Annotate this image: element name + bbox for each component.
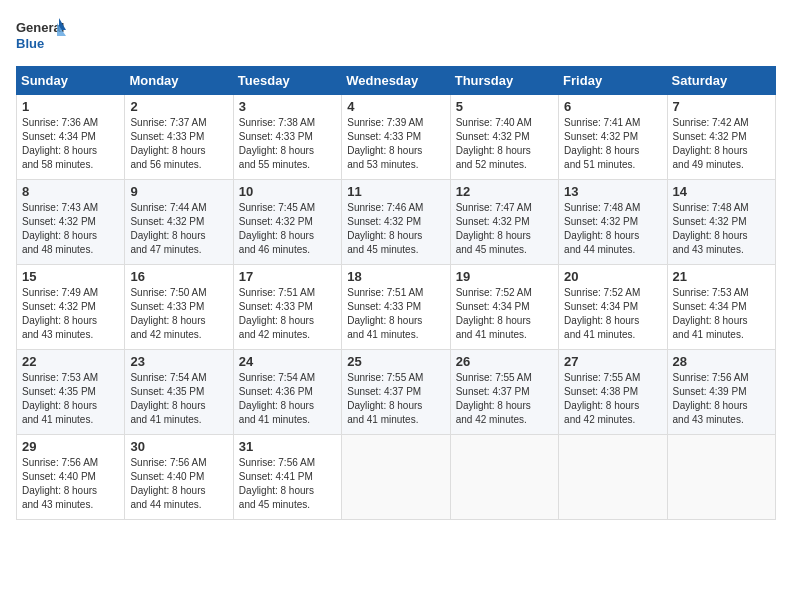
page-header: General Blue	[16, 16, 776, 54]
table-row: 9 Sunrise: 7:44 AM Sunset: 4:32 PM Dayli…	[125, 180, 233, 265]
table-row: 13 Sunrise: 7:48 AM Sunset: 4:32 PM Dayl…	[559, 180, 667, 265]
col-header-monday: Monday	[125, 67, 233, 95]
table-row: 21 Sunrise: 7:53 AM Sunset: 4:34 PM Dayl…	[667, 265, 775, 350]
table-row: 1 Sunrise: 7:36 AM Sunset: 4:34 PM Dayli…	[17, 95, 125, 180]
table-row: 30 Sunrise: 7:56 AM Sunset: 4:40 PM Dayl…	[125, 435, 233, 520]
cell-info: Sunrise: 7:46 AM Sunset: 4:32 PM Dayligh…	[347, 201, 444, 257]
table-row: 28 Sunrise: 7:56 AM Sunset: 4:39 PM Dayl…	[667, 350, 775, 435]
cell-info: Sunrise: 7:53 AM Sunset: 4:35 PM Dayligh…	[22, 371, 119, 427]
cell-info: Sunrise: 7:55 AM Sunset: 4:38 PM Dayligh…	[564, 371, 661, 427]
cell-info: Sunrise: 7:52 AM Sunset: 4:34 PM Dayligh…	[456, 286, 553, 342]
calendar-table: SundayMondayTuesdayWednesdayThursdayFrid…	[16, 66, 776, 520]
cell-info: Sunrise: 7:51 AM Sunset: 4:33 PM Dayligh…	[239, 286, 336, 342]
cell-info: Sunrise: 7:56 AM Sunset: 4:39 PM Dayligh…	[673, 371, 770, 427]
day-number: 18	[347, 269, 444, 284]
table-row: 10 Sunrise: 7:45 AM Sunset: 4:32 PM Dayl…	[233, 180, 341, 265]
day-number: 21	[673, 269, 770, 284]
cell-info: Sunrise: 7:56 AM Sunset: 4:40 PM Dayligh…	[22, 456, 119, 512]
table-row: 12 Sunrise: 7:47 AM Sunset: 4:32 PM Dayl…	[450, 180, 558, 265]
table-row: 5 Sunrise: 7:40 AM Sunset: 4:32 PM Dayli…	[450, 95, 558, 180]
cell-info: Sunrise: 7:56 AM Sunset: 4:41 PM Dayligh…	[239, 456, 336, 512]
day-number: 1	[22, 99, 119, 114]
table-row: 22 Sunrise: 7:53 AM Sunset: 4:35 PM Dayl…	[17, 350, 125, 435]
day-number: 4	[347, 99, 444, 114]
day-number: 25	[347, 354, 444, 369]
svg-text:Blue: Blue	[16, 36, 44, 51]
day-number: 17	[239, 269, 336, 284]
day-number: 2	[130, 99, 227, 114]
cell-info: Sunrise: 7:40 AM Sunset: 4:32 PM Dayligh…	[456, 116, 553, 172]
table-row: 23 Sunrise: 7:54 AM Sunset: 4:35 PM Dayl…	[125, 350, 233, 435]
day-number: 16	[130, 269, 227, 284]
cell-info: Sunrise: 7:41 AM Sunset: 4:32 PM Dayligh…	[564, 116, 661, 172]
cell-info: Sunrise: 7:43 AM Sunset: 4:32 PM Dayligh…	[22, 201, 119, 257]
logo-svg: General Blue	[16, 16, 71, 54]
table-row: 26 Sunrise: 7:55 AM Sunset: 4:37 PM Dayl…	[450, 350, 558, 435]
table-row: 7 Sunrise: 7:42 AM Sunset: 4:32 PM Dayli…	[667, 95, 775, 180]
table-row: 4 Sunrise: 7:39 AM Sunset: 4:33 PM Dayli…	[342, 95, 450, 180]
day-number: 10	[239, 184, 336, 199]
table-row	[559, 435, 667, 520]
cell-info: Sunrise: 7:42 AM Sunset: 4:32 PM Dayligh…	[673, 116, 770, 172]
day-number: 11	[347, 184, 444, 199]
cell-info: Sunrise: 7:54 AM Sunset: 4:35 PM Dayligh…	[130, 371, 227, 427]
cell-info: Sunrise: 7:48 AM Sunset: 4:32 PM Dayligh…	[673, 201, 770, 257]
table-row: 20 Sunrise: 7:52 AM Sunset: 4:34 PM Dayl…	[559, 265, 667, 350]
cell-info: Sunrise: 7:49 AM Sunset: 4:32 PM Dayligh…	[22, 286, 119, 342]
cell-info: Sunrise: 7:48 AM Sunset: 4:32 PM Dayligh…	[564, 201, 661, 257]
table-row: 16 Sunrise: 7:50 AM Sunset: 4:33 PM Dayl…	[125, 265, 233, 350]
cell-info: Sunrise: 7:56 AM Sunset: 4:40 PM Dayligh…	[130, 456, 227, 512]
day-number: 14	[673, 184, 770, 199]
table-row: 27 Sunrise: 7:55 AM Sunset: 4:38 PM Dayl…	[559, 350, 667, 435]
day-number: 5	[456, 99, 553, 114]
table-row: 18 Sunrise: 7:51 AM Sunset: 4:33 PM Dayl…	[342, 265, 450, 350]
day-number: 6	[564, 99, 661, 114]
day-number: 26	[456, 354, 553, 369]
table-row: 2 Sunrise: 7:37 AM Sunset: 4:33 PM Dayli…	[125, 95, 233, 180]
table-row: 19 Sunrise: 7:52 AM Sunset: 4:34 PM Dayl…	[450, 265, 558, 350]
col-header-saturday: Saturday	[667, 67, 775, 95]
col-header-sunday: Sunday	[17, 67, 125, 95]
col-header-wednesday: Wednesday	[342, 67, 450, 95]
day-number: 19	[456, 269, 553, 284]
day-number: 12	[456, 184, 553, 199]
table-row	[450, 435, 558, 520]
day-number: 3	[239, 99, 336, 114]
col-header-tuesday: Tuesday	[233, 67, 341, 95]
day-number: 13	[564, 184, 661, 199]
day-number: 15	[22, 269, 119, 284]
day-number: 31	[239, 439, 336, 454]
day-number: 7	[673, 99, 770, 114]
day-number: 24	[239, 354, 336, 369]
table-row	[342, 435, 450, 520]
cell-info: Sunrise: 7:51 AM Sunset: 4:33 PM Dayligh…	[347, 286, 444, 342]
cell-info: Sunrise: 7:36 AM Sunset: 4:34 PM Dayligh…	[22, 116, 119, 172]
cell-info: Sunrise: 7:55 AM Sunset: 4:37 PM Dayligh…	[347, 371, 444, 427]
table-row: 24 Sunrise: 7:54 AM Sunset: 4:36 PM Dayl…	[233, 350, 341, 435]
table-row: 25 Sunrise: 7:55 AM Sunset: 4:37 PM Dayl…	[342, 350, 450, 435]
cell-info: Sunrise: 7:44 AM Sunset: 4:32 PM Dayligh…	[130, 201, 227, 257]
day-number: 29	[22, 439, 119, 454]
cell-info: Sunrise: 7:37 AM Sunset: 4:33 PM Dayligh…	[130, 116, 227, 172]
table-row: 11 Sunrise: 7:46 AM Sunset: 4:32 PM Dayl…	[342, 180, 450, 265]
table-row: 14 Sunrise: 7:48 AM Sunset: 4:32 PM Dayl…	[667, 180, 775, 265]
table-row: 17 Sunrise: 7:51 AM Sunset: 4:33 PM Dayl…	[233, 265, 341, 350]
day-number: 22	[22, 354, 119, 369]
table-row	[667, 435, 775, 520]
cell-info: Sunrise: 7:55 AM Sunset: 4:37 PM Dayligh…	[456, 371, 553, 427]
table-row: 8 Sunrise: 7:43 AM Sunset: 4:32 PM Dayli…	[17, 180, 125, 265]
cell-info: Sunrise: 7:39 AM Sunset: 4:33 PM Dayligh…	[347, 116, 444, 172]
logo: General Blue	[16, 16, 71, 54]
cell-info: Sunrise: 7:52 AM Sunset: 4:34 PM Dayligh…	[564, 286, 661, 342]
cell-info: Sunrise: 7:50 AM Sunset: 4:33 PM Dayligh…	[130, 286, 227, 342]
table-row: 3 Sunrise: 7:38 AM Sunset: 4:33 PM Dayli…	[233, 95, 341, 180]
day-number: 30	[130, 439, 227, 454]
cell-info: Sunrise: 7:45 AM Sunset: 4:32 PM Dayligh…	[239, 201, 336, 257]
col-header-friday: Friday	[559, 67, 667, 95]
table-row: 15 Sunrise: 7:49 AM Sunset: 4:32 PM Dayl…	[17, 265, 125, 350]
cell-info: Sunrise: 7:53 AM Sunset: 4:34 PM Dayligh…	[673, 286, 770, 342]
day-number: 8	[22, 184, 119, 199]
day-number: 20	[564, 269, 661, 284]
table-row: 31 Sunrise: 7:56 AM Sunset: 4:41 PM Dayl…	[233, 435, 341, 520]
day-number: 23	[130, 354, 227, 369]
